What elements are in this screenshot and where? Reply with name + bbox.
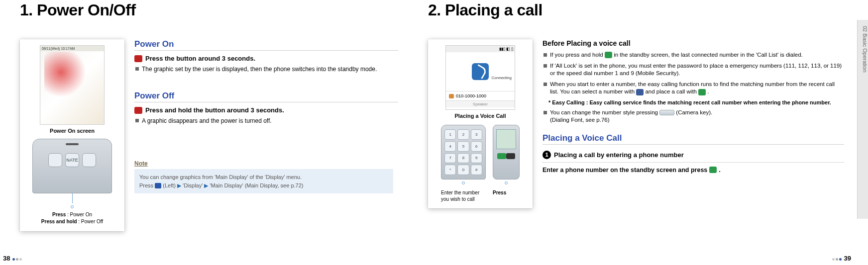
bullet-icon — [543, 53, 547, 57]
power-off-section: Power Off Press and hold the button arou… — [134, 91, 398, 125]
call-body: Connecting — [446, 52, 515, 91]
key-9: 9 — [471, 153, 482, 164]
book-icon — [449, 94, 454, 98]
phone-nav-center: NATE — [65, 153, 79, 167]
end-key-icon — [134, 55, 142, 62]
before-b4: You can change the number style pressing… — [542, 109, 844, 124]
power-content-row: 08/11(Wed) 10:17AM Power On screen NATE … — [20, 39, 398, 231]
nav-key-icon — [636, 89, 644, 95]
mini-right-key — [506, 153, 515, 159]
key-5: 5 — [457, 141, 469, 152]
enter-number-caption: Enter the number you wish to call — [441, 189, 486, 202]
before-placing-title: Before Placing a voice call — [542, 39, 844, 48]
keypad-captions: Enter the number you wish to call Press — [434, 184, 527, 202]
power-on-bullet-text: The graphic set by the user is displayed… — [142, 65, 377, 73]
note-box: You can change graphics from 'Main Displ… — [134, 169, 393, 193]
placing-phone-card: ▮▮▯ ◧ ▯ Connecting 010-1000-1000 Speaker… — [428, 39, 533, 208]
calling-screen: ▮▮▯ ◧ ▯ Connecting 010-1000-1000 Speaker — [445, 45, 515, 110]
key-2: 2 — [457, 129, 469, 140]
before-b2: If 'All Lock' is set in the phone, you m… — [542, 62, 844, 78]
phone-body: NATE — [32, 139, 112, 193]
bullet-icon — [543, 83, 547, 86]
placing-caption: Placing a Voice Call — [434, 113, 527, 119]
press-hold-action: : Power Off — [77, 219, 104, 224]
press-action: : Power On — [66, 212, 92, 217]
triangle-icon: ▶ — [177, 182, 181, 188]
keypad: 123 456 789 *0# — [441, 125, 486, 179]
call-status-bar: ▮▮▯ ◧ ▯ — [446, 46, 515, 52]
end-key-icon — [134, 107, 142, 114]
power-on-instr: Press the button around 3 seconds. — [134, 55, 398, 62]
key-6: 6 — [471, 141, 482, 152]
send-key-icon — [605, 52, 612, 58]
send-key-icon — [709, 167, 717, 173]
power-on-section: Power On Press the button around 3 secon… — [134, 39, 398, 73]
bullet-icon — [135, 119, 139, 122]
call-number: 010-1000-1000 — [456, 93, 486, 98]
step-1-title: 1 Placing a call by entering a phone num… — [542, 151, 844, 163]
key-8: 8 — [457, 153, 469, 164]
page-number-left: 38 — [3, 255, 22, 262]
note-line2: Press (Left) ▶ 'Display' ▶ 'Main Display… — [139, 181, 388, 190]
callout-line — [72, 193, 73, 203]
heading-placing: 2. Placing a call — [428, 1, 858, 19]
phone-card: 08/11(Wed) 10:17AM Power On screen NATE … — [20, 39, 124, 231]
power-off-bullet: A graphic disappears and the power is tu… — [134, 117, 398, 125]
phone-soft-right — [82, 153, 96, 167]
power-on-bullet: The graphic set by the user is displayed… — [134, 65, 398, 73]
key-star: * — [444, 165, 456, 175]
page-dots — [832, 255, 842, 262]
note-section: Note You can change graphics from 'Main … — [134, 160, 398, 193]
step-1-body: Enter a phone number on the standby scre… — [542, 167, 844, 174]
camera-key-icon — [659, 110, 674, 115]
power-off-instr-text: Press and hold the button around 3 secon… — [145, 106, 284, 114]
bullet-icon — [543, 64, 547, 68]
placing-content-row: ▮▮▯ ◧ ▯ Connecting 010-1000-1000 Speaker… — [428, 39, 858, 208]
page-left: 1. Power On/Off 08/11(Wed) 10:17AM Power… — [0, 0, 418, 265]
chapter-side-tab: 02 Basic Operation — [857, 20, 868, 219]
power-off-title: Power Off — [134, 91, 398, 102]
placing-text-col: Before Placing a voice call If you press… — [542, 39, 858, 208]
wallpaper-swirl — [44, 52, 100, 120]
connecting-label: Connecting — [492, 76, 512, 80]
phone-screen: 08/11(Wed) 10:17AM — [40, 45, 105, 125]
phone-soft-left — [48, 153, 62, 167]
key-4: 4 — [444, 141, 456, 152]
before-b1: If you press and hold in the standby scr… — [542, 51, 844, 59]
note-line1: You can change graphics from 'Main Displ… — [139, 173, 388, 181]
bullet-icon — [135, 67, 139, 71]
press-caption: Press — [493, 189, 520, 202]
miniphone-group — [493, 125, 520, 184]
send-key-icon — [698, 89, 706, 95]
keypad-row: 123 456 789 *0# — [434, 125, 527, 184]
note-label: Note — [134, 160, 148, 167]
press-label: Press — [52, 212, 66, 217]
phone-speaker — [66, 143, 79, 145]
callout-dot — [71, 205, 74, 208]
triangle-icon: ▶ — [204, 182, 208, 188]
nav-key-icon — [155, 183, 161, 188]
call-number-row: 010-1000-1000 — [446, 91, 515, 100]
key-3: 3 — [471, 129, 482, 140]
phone-button-row: NATE — [33, 153, 111, 167]
before-bullets: If you press and hold in the standby scr… — [542, 51, 844, 124]
keypad-group: 123 456 789 *0# — [441, 125, 486, 184]
phone-status-bar: 08/11(Wed) 10:17AM — [40, 46, 104, 51]
easy-calling-note: * Easy Calling : Easy calling service fi… — [542, 99, 844, 106]
heading-power: 1. Power On/Off — [20, 1, 398, 19]
page-number-right: 39 — [832, 255, 851, 262]
call-softkey: Speaker — [446, 100, 515, 107]
press-caption: Press : Power On Press and hold : Power … — [26, 211, 118, 225]
mini-phone — [493, 125, 520, 179]
placing-illustration-col: ▮▮▯ ◧ ▯ Connecting 010-1000-1000 Speaker… — [428, 39, 533, 208]
power-on-caption: Power On screen — [26, 128, 118, 134]
key-7: 7 — [444, 153, 456, 164]
page-dots — [12, 255, 22, 262]
step-number: 1 — [542, 151, 551, 159]
bullet-icon — [543, 111, 547, 114]
callout-dot — [462, 181, 465, 184]
power-text-col: Power On Press the button around 3 secon… — [134, 39, 398, 231]
power-off-instr: Press and hold the button around 3 secon… — [134, 106, 398, 114]
power-on-instr-text: Press the button around 3 seconds. — [145, 55, 255, 62]
key-hash: # — [471, 165, 482, 175]
